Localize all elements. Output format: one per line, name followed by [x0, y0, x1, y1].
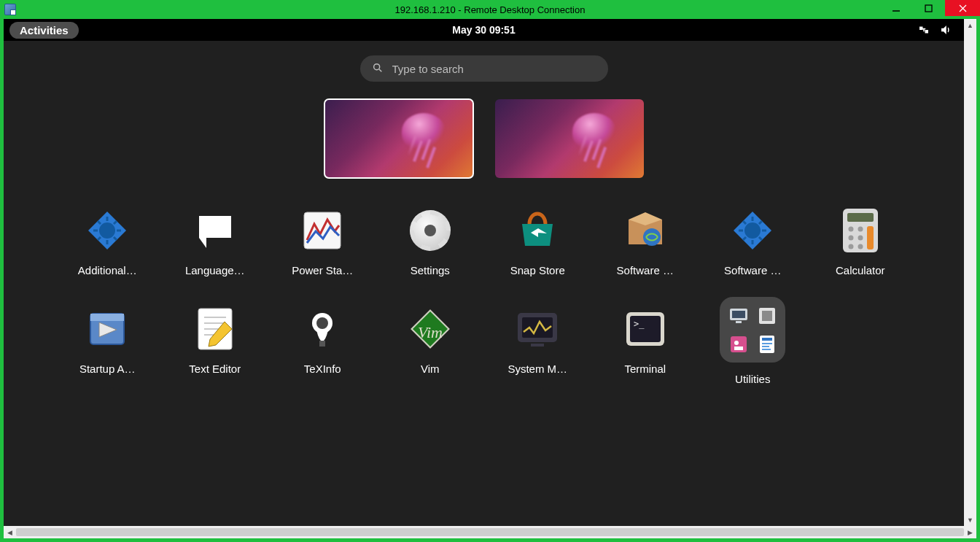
- app-calculator[interactable]: Calculator: [806, 207, 914, 276]
- svg-rect-45: [762, 311, 772, 321]
- app-label: Power Sta…: [292, 264, 353, 276]
- software-properties-icon: [622, 207, 669, 254]
- overview-search[interactable]: [360, 55, 608, 82]
- app-terminal[interactable]: >_ Terminal: [591, 306, 699, 385]
- app-software-properties[interactable]: Software …: [591, 207, 699, 276]
- workspace-1[interactable]: [324, 99, 473, 178]
- volume-icon[interactable]: [939, 23, 952, 36]
- app-language[interactable]: Language…: [161, 207, 269, 276]
- app-label: Software …: [724, 264, 781, 276]
- svg-rect-14: [847, 213, 874, 222]
- terminal-icon: >_: [622, 306, 669, 352]
- scroll-left-icon[interactable]: ◀: [4, 526, 16, 538]
- rdp-title-bar: 192.168.1.210 - Remote Desktop Connectio…: [0, 0, 980, 19]
- app-label: Settings: [411, 264, 450, 276]
- window-controls: [879, 0, 980, 19]
- maximize-button[interactable]: [912, 0, 945, 16]
- app-label: Utilities: [735, 373, 770, 385]
- svg-rect-23: [90, 314, 124, 321]
- activities-button[interactable]: Activities: [9, 22, 79, 39]
- svg-point-19: [848, 244, 853, 249]
- svg-rect-21: [867, 226, 874, 249]
- app-label: Additional…: [78, 264, 137, 276]
- svg-point-47: [734, 341, 739, 345]
- additional-drivers-icon: [84, 207, 131, 254]
- workspace-2[interactable]: [495, 99, 644, 178]
- app-text-editor[interactable]: Text Editor: [161, 306, 269, 385]
- app-label: Language…: [185, 264, 245, 276]
- svg-rect-43: [736, 321, 742, 323]
- svg-point-16: [858, 227, 863, 232]
- rdp-title: 192.168.1.210 - Remote Desktop Connectio…: [395, 4, 586, 15]
- svg-point-15: [848, 227, 853, 232]
- remote-desktop[interactable]: Activities May 30 09:51: [4, 19, 964, 526]
- activities-overview: Additional… Language… Power Sta…: [4, 41, 964, 526]
- svg-rect-37: [531, 344, 544, 347]
- app-additional-drivers[interactable]: Additional…: [54, 207, 162, 276]
- app-label: Terminal: [624, 363, 666, 375]
- app-label: Calculator: [836, 264, 885, 276]
- app-label: Snap Store: [510, 264, 565, 276]
- app-startup-apps[interactable]: Startup A…: [54, 306, 162, 385]
- app-utilities-folder[interactable]: Utilities: [699, 306, 807, 385]
- app-grid: Additional… Language… Power Sta…: [54, 207, 914, 385]
- app-system-monitor[interactable]: System M…: [484, 306, 592, 385]
- svg-point-20: [858, 244, 863, 249]
- app-settings[interactable]: Settings: [376, 207, 484, 276]
- clock[interactable]: May 30 09:51: [452, 24, 515, 36]
- app-label: Text Editor: [189, 363, 241, 375]
- app-label: Software …: [617, 264, 674, 276]
- app-label: TeXInfo: [304, 363, 341, 375]
- svg-point-30: [316, 317, 328, 329]
- app-power-stats[interactable]: Power Sta…: [269, 207, 377, 276]
- vim-icon: Vim: [407, 306, 454, 352]
- snap-store-icon: [514, 207, 561, 254]
- utilities-folder-icon: [720, 297, 785, 363]
- workspace-thumbnails: [324, 99, 644, 178]
- scroll-up-icon[interactable]: ▲: [964, 19, 976, 31]
- settings-icon: [407, 207, 454, 254]
- system-tray[interactable]: [917, 23, 958, 36]
- svg-point-4: [373, 63, 379, 69]
- language-icon: [192, 207, 238, 254]
- app-vim[interactable]: Vim Vim: [376, 306, 484, 385]
- gnome-top-bar: Activities May 30 09:51: [4, 19, 964, 41]
- app-label: Startup A…: [79, 363, 136, 375]
- svg-point-17: [848, 236, 853, 241]
- svg-point-12: [744, 222, 761, 239]
- scroll-track[interactable]: [964, 31, 976, 514]
- remote-viewport: Activities May 30 09:51: [4, 19, 976, 538]
- rdp-app-icon: [4, 4, 16, 15]
- svg-text:>_: >_: [634, 319, 645, 329]
- horizontal-scrollbar[interactable]: ◀ ▶: [4, 526, 976, 538]
- svg-rect-50: [762, 338, 772, 341]
- app-label: System M…: [508, 363, 567, 375]
- app-label: Vim: [421, 363, 440, 375]
- texinfo-icon: [299, 306, 346, 352]
- svg-rect-52: [762, 346, 769, 347]
- close-button[interactable]: [945, 0, 980, 16]
- scroll-track[interactable]: [16, 528, 964, 536]
- minimize-button[interactable]: [879, 0, 912, 16]
- startup-apps-icon: [84, 306, 131, 352]
- svg-rect-48: [734, 347, 743, 350]
- search-icon: [372, 62, 384, 76]
- app-software-updater[interactable]: Software …: [699, 207, 807, 276]
- power-stats-icon: [299, 207, 346, 254]
- vertical-scrollbar[interactable]: ▲ ▼: [964, 19, 976, 526]
- calculator-icon: [837, 207, 884, 254]
- app-snap-store[interactable]: Snap Store: [484, 207, 592, 276]
- text-editor-icon: [192, 306, 238, 352]
- system-monitor-icon: [514, 306, 561, 352]
- app-texinfo[interactable]: TeXInfo: [269, 306, 377, 385]
- scroll-right-icon[interactable]: ▶: [964, 526, 976, 538]
- svg-point-10: [643, 228, 661, 246]
- svg-point-18: [858, 236, 863, 241]
- network-icon[interactable]: [917, 23, 930, 36]
- svg-rect-51: [762, 343, 772, 344]
- svg-rect-53: [762, 349, 771, 350]
- svg-rect-42: [732, 311, 745, 318]
- scroll-down-icon[interactable]: ▼: [964, 514, 976, 526]
- search-input[interactable]: [392, 63, 596, 75]
- svg-rect-31: [319, 341, 325, 347]
